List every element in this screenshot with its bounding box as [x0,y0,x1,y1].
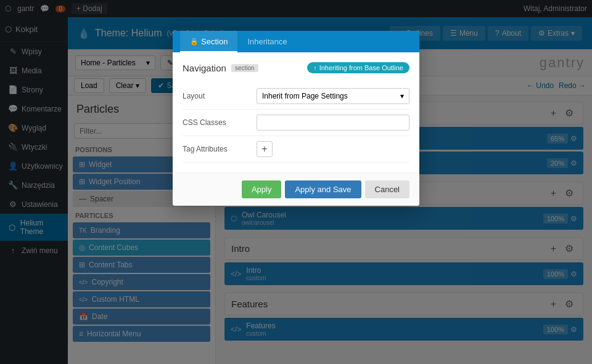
tag-attributes-field-row: Tag Attributes + [183,136,409,163]
tag-attributes-label: Tag Attributes [183,145,257,153]
layout-control: Inherit from Page Settings ▾ [257,88,409,104]
modal-inner-title: Navigation [183,63,226,73]
lock-icon: 🔒 [190,38,199,46]
layout-chevron-icon: ▾ [400,92,404,100]
css-classes-input[interactable] [257,115,409,131]
layout-field-row: Layout Inherit from Page Settings ▾ [183,83,409,110]
modal-overlay[interactable]: 🔒 Section Inheritance Navigation section… [0,0,592,364]
css-classes-field-row: CSS Classes [183,110,409,136]
modal-inner-badge: section [231,64,258,72]
css-classes-label: CSS Classes [183,118,257,127]
tag-attributes-control: + [257,141,409,157]
apply-button[interactable]: Apply [242,180,282,198]
tab-inheritance[interactable]: Inheritance [237,31,297,52]
inherit-icon: ↑ [313,64,317,71]
inherit-badge: ↑ Inheriting from Base Outline [307,62,409,73]
modal-footer: Apply Apply and Save Cancel [173,172,419,206]
tag-attributes-add-button[interactable]: + [257,141,273,157]
modal-inner-header: Navigation section ↑ Inheriting from Bas… [183,62,409,73]
layout-label: Layout [183,92,257,100]
css-classes-control [257,115,409,131]
modal-body: Navigation section ↑ Inheriting from Bas… [173,52,419,172]
cancel-button[interactable]: Cancel [365,180,409,198]
apply-save-button[interactable]: Apply and Save [285,180,361,198]
modal-tabs: 🔒 Section Inheritance [173,31,419,52]
layout-select[interactable]: Inherit from Page Settings ▾ [257,88,409,104]
tab-section[interactable]: 🔒 Section [180,31,237,52]
section-modal: 🔒 Section Inheritance Navigation section… [173,31,419,206]
